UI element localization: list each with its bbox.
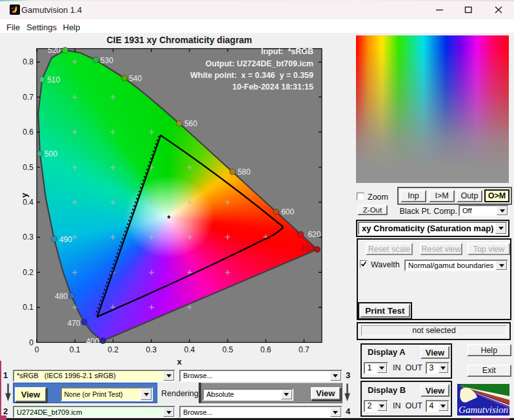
svg-text:0.4: 0.4 [23, 198, 34, 207]
svg-text:0.3: 0.3 [23, 233, 34, 242]
svg-text:0.8: 0.8 [23, 57, 34, 66]
svg-text:0.2: 0.2 [108, 345, 119, 354]
svg-text:0: 0 [29, 338, 34, 347]
svg-text:CIE 1931 xy Chromaticity diagr: CIE 1931 xy Chromaticity diagram [106, 35, 252, 45]
svg-text:0.7: 0.7 [299, 345, 310, 354]
svg-text:y: y [19, 193, 29, 198]
svg-text:Gamutvision: Gamutvision [459, 403, 508, 414]
svg-text:0.4: 0.4 [184, 345, 195, 354]
svg-text:0.1: 0.1 [23, 303, 34, 312]
svg-text:0.5: 0.5 [23, 163, 34, 172]
svg-text:0: 0 [35, 345, 39, 354]
svg-text:0.5: 0.5 [222, 345, 233, 354]
svg-text:0.1: 0.1 [70, 345, 81, 354]
svg-text:0.3: 0.3 [146, 345, 157, 354]
svg-text:0.6: 0.6 [261, 345, 272, 354]
svg-text:x: x [177, 357, 182, 367]
svg-text:0.6: 0.6 [23, 128, 34, 137]
svg-text:0.7: 0.7 [23, 93, 34, 102]
svg-text:0.2: 0.2 [23, 268, 34, 277]
